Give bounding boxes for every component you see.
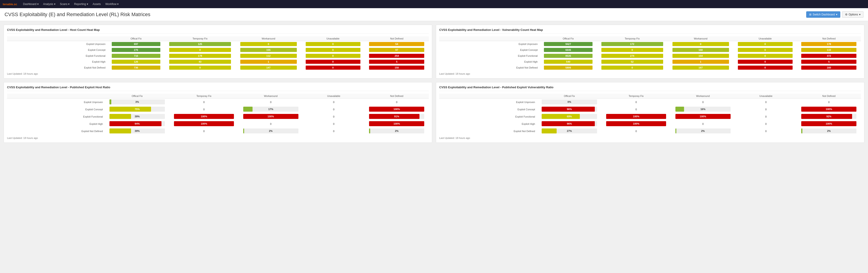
- nav-dashboard[interactable]: Dashboard ▾: [21, 0, 41, 8]
- cell-2-4[interactable]: 92%: [797, 113, 861, 120]
- nav-analysis[interactable]: Analysis ▾: [41, 0, 58, 8]
- cell-2-4[interactable]: 254: [365, 53, 429, 59]
- cell-0-0[interactable]: 3%: [105, 99, 169, 106]
- cell-1-0[interactable]: 75%: [105, 106, 169, 113]
- cell-3-0[interactable]: 94%: [105, 120, 169, 128]
- cell-2-3[interactable]: 0: [301, 53, 365, 59]
- cell-3-3[interactable]: 0: [733, 59, 797, 65]
- cell-2-1[interactable]: 178: [164, 53, 236, 59]
- cell-0-1[interactable]: 172: [597, 41, 668, 47]
- cell-0-1: 0: [169, 99, 239, 106]
- cell-1-3[interactable]: 0: [733, 47, 797, 53]
- cell-3-4[interactable]: 100%: [797, 120, 861, 128]
- panel-title-vuln-count: CVSS Exploitability and Remediation Leve…: [439, 28, 861, 34]
- cell-1-3[interactable]: 0: [301, 47, 365, 53]
- cell-4-4[interactable]: 2%: [365, 128, 429, 135]
- cell-2-1[interactable]: 100%: [169, 113, 239, 120]
- cell-2-4[interactable]: 91%: [365, 113, 429, 120]
- cell-4-2[interactable]: 2%: [239, 128, 303, 135]
- cell-4-0[interactable]: 5806: [540, 65, 596, 71]
- cell-0-0[interactable]: 9427: [540, 41, 596, 47]
- cell-0-3[interactable]: 0: [733, 41, 797, 47]
- cell-4-1[interactable]: 0: [597, 65, 668, 71]
- cell-0-0[interactable]: 0%: [537, 99, 601, 106]
- table-row: Exploit Concept75%017%0100%: [7, 106, 429, 113]
- panel-title-host-count: CVSS Exploitability and Remediation Leve…: [7, 28, 429, 34]
- cell-1-4[interactable]: 100%: [797, 106, 861, 113]
- cell-4-1[interactable]: 0: [164, 65, 236, 71]
- gear-icon: ⚙: [845, 13, 847, 16]
- cell-3-2[interactable]: 1: [236, 59, 301, 65]
- cell-1-1[interactable]: 0: [164, 47, 236, 53]
- cell-4-4[interactable]: 2%: [797, 128, 861, 135]
- cell-2-2[interactable]: 154: [668, 53, 734, 59]
- cell-3-0[interactable]: 540: [540, 59, 596, 65]
- cell-2-2[interactable]: 100%: [239, 113, 303, 120]
- options-button[interactable]: ⚙ Options ▾: [842, 11, 864, 18]
- cell-1-2[interactable]: 155: [236, 47, 301, 53]
- nav-reporting[interactable]: Reporting ▾: [72, 0, 90, 8]
- cell-3-0[interactable]: 126: [107, 59, 164, 65]
- cell-3-3[interactable]: 0: [301, 59, 365, 65]
- row-label-1: Exploit Concept: [7, 106, 105, 113]
- cell-0-2[interactable]: 0: [236, 41, 301, 47]
- cell-2-2[interactable]: 100%: [671, 113, 735, 120]
- nav-workflow[interactable]: Workflow ▾: [103, 0, 121, 8]
- cell-2-4[interactable]: 372: [797, 53, 861, 59]
- cell-1-4[interactable]: 133: [797, 47, 861, 53]
- cell-4-0[interactable]: 736: [107, 65, 164, 71]
- cell-2-2[interactable]: 112: [236, 53, 301, 59]
- cell-3-4[interactable]: 5: [365, 59, 429, 65]
- cell-4-2[interactable]: 167: [668, 65, 734, 71]
- cell-1-4[interactable]: 100%: [365, 106, 429, 113]
- nav-assets[interactable]: Assets: [90, 0, 103, 8]
- cell-0-3[interactable]: 0: [301, 41, 365, 47]
- cell-2-1[interactable]: 100%: [601, 113, 671, 120]
- cell-0-4[interactable]: 178: [797, 41, 861, 47]
- cell-1-4[interactable]: 97: [365, 47, 429, 53]
- cell-1-0[interactable]: 6646: [540, 47, 596, 53]
- cell-1-1: 0: [169, 106, 239, 113]
- nav-scans[interactable]: Scans ▾: [58, 0, 72, 8]
- cell-4-3[interactable]: 0: [733, 65, 797, 71]
- cell-0-1[interactable]: 125: [164, 41, 236, 47]
- col-header-2: Workaround: [236, 36, 301, 41]
- header-actions: ⊞ Switch Dashboard ▾ ⚙ Options ▾: [806, 11, 864, 18]
- table-row: Exploit Not Defined39%02%02%: [7, 128, 429, 135]
- cell-2-1[interactable]: 274: [597, 53, 668, 59]
- cell-4-0[interactable]: 27%: [537, 128, 601, 135]
- cell-1-1[interactable]: 0: [597, 47, 668, 53]
- cell-1-2[interactable]: 16%: [671, 106, 735, 113]
- cell-3-1[interactable]: 52: [597, 59, 668, 65]
- cell-1-0[interactable]: 96%: [537, 106, 601, 113]
- cell-4-4[interactable]: 150: [365, 65, 429, 71]
- cell-2-0[interactable]: 8535: [540, 53, 596, 59]
- cell-4-3[interactable]: 0: [301, 65, 365, 71]
- cell-3-4[interactable]: 100%: [365, 120, 429, 128]
- cell-3-1[interactable]: 43: [164, 59, 236, 65]
- cell-0-0[interactable]: 697: [107, 41, 164, 47]
- cell-1-0[interactable]: 276: [107, 47, 164, 53]
- cell-2-0[interactable]: 716: [107, 53, 164, 59]
- cell-3-4[interactable]: 5: [797, 59, 861, 65]
- switch-dashboard-button[interactable]: ⊞ Switch Dashboard ▾: [806, 11, 840, 18]
- cell-1-3: 0: [735, 106, 797, 113]
- cell-0-2[interactable]: 0: [668, 41, 734, 47]
- cell-3-2[interactable]: 1: [668, 59, 734, 65]
- cell-0-4[interactable]: 54: [365, 41, 429, 47]
- row-label-3: Exploit High: [7, 59, 107, 65]
- cell-3-0[interactable]: 96%: [537, 120, 601, 128]
- cell-4-0[interactable]: 39%: [105, 128, 169, 135]
- cell-4-2[interactable]: 2%: [671, 128, 735, 135]
- grid-icon: ⊞: [809, 13, 811, 16]
- cell-1-2[interactable]: 168: [668, 47, 734, 53]
- cell-4-2[interactable]: 147: [236, 65, 301, 71]
- cell-3-1[interactable]: 100%: [601, 120, 671, 128]
- cell-1-2[interactable]: 17%: [239, 106, 303, 113]
- cell-3-1[interactable]: 100%: [169, 120, 239, 128]
- cell-4-4[interactable]: 160: [797, 65, 861, 71]
- cell-2-3[interactable]: 0: [733, 53, 797, 59]
- col-header-1: Temporay Fix: [597, 36, 668, 41]
- cell-2-0[interactable]: 39%: [105, 113, 169, 120]
- cell-2-0[interactable]: 69%: [537, 113, 601, 120]
